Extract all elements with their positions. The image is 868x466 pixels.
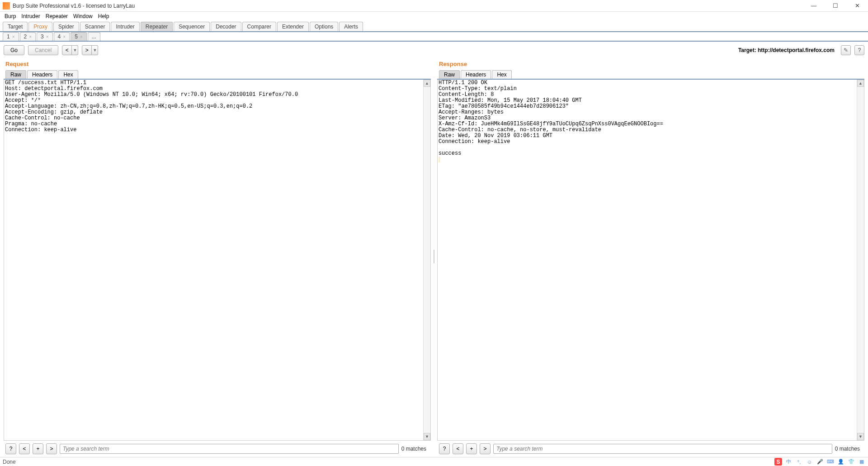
response-pane: Response Raw Headers Hex HTTP/1.1 200 OK… <box>435 59 866 457</box>
target-label: Target: http://detectportal.firefox.com <box>738 47 835 53</box>
tab-proxy[interactable]: Proxy <box>28 22 52 31</box>
tray-shirt-icon[interactable]: 👕 <box>847 458 855 466</box>
response-tab-hex[interactable]: Hex <box>492 70 511 79</box>
cancel-button[interactable]: Cancel <box>28 45 58 55</box>
repeater-tabs: 1× 2× 3× 4× 5× ... <box>0 32 868 42</box>
repeater-tab-3[interactable]: 3× <box>37 32 53 41</box>
status-bar: Done S 中 °, ☺ 🎤 ⌨ 👤 👕 ▦ <box>0 457 868 466</box>
tab-target[interactable]: Target <box>3 22 28 31</box>
scrollbar[interactable]: ▲ ▼ <box>857 80 864 440</box>
request-matches: 0 matches <box>401 446 429 452</box>
search-next-button[interactable]: > <box>46 443 57 454</box>
history-back-dropdown[interactable]: ▼ <box>72 45 78 55</box>
minimize-button[interactable]: — <box>807 1 820 10</box>
response-matches: 0 matches <box>835 446 863 452</box>
tab-extender[interactable]: Extender <box>277 22 309 31</box>
request-tab-raw[interactable]: Raw <box>5 70 26 79</box>
menu-burp[interactable]: Burp <box>3 13 18 20</box>
scroll-down-icon[interactable]: ▼ <box>424 433 430 440</box>
menu-repeater[interactable]: Repeater <box>44 13 70 20</box>
main-split: Request Raw Headers Hex GET /success.txt… <box>0 59 868 457</box>
tray-mic-icon[interactable]: 🎤 <box>816 458 824 466</box>
request-pane: Request Raw Headers Hex GET /success.txt… <box>2 59 433 457</box>
tab-sequencer[interactable]: Sequencer <box>174 22 210 31</box>
search-prev-button[interactable]: < <box>19 443 30 454</box>
request-tab-hex[interactable]: Hex <box>58 70 78 79</box>
response-tab-headers[interactable]: Headers <box>461 70 491 79</box>
close-button[interactable]: ✕ <box>851 1 863 10</box>
system-tray: S 中 °, ☺ 🎤 ⌨ 👤 👕 ▦ <box>774 458 865 466</box>
scrollbar[interactable]: ▲ ▼ <box>423 80 430 440</box>
tab-alerts[interactable]: Alerts <box>339 22 363 31</box>
repeater-tab-1[interactable]: 1× <box>3 32 19 41</box>
search-help-button[interactable]: ? <box>439 443 450 454</box>
tray-keyboard-icon[interactable]: ⌨ <box>826 458 834 466</box>
maximize-button[interactable]: ☐ <box>829 1 842 10</box>
tab-options[interactable]: Options <box>310 22 338 31</box>
ime-icon[interactable]: S <box>774 458 782 466</box>
history-forward-button[interactable]: > <box>82 45 92 55</box>
repeater-tab-4[interactable]: 4× <box>54 32 70 41</box>
close-icon[interactable]: × <box>29 34 32 39</box>
scroll-up-icon[interactable]: ▲ <box>424 80 430 87</box>
search-next-button[interactable]: > <box>480 443 491 454</box>
request-title: Request <box>4 59 431 70</box>
ime-lang-icon[interactable]: 中 <box>785 458 793 466</box>
search-help-button[interactable]: ? <box>5 443 16 454</box>
history-back-button[interactable]: < <box>62 45 72 55</box>
tray-grid-icon[interactable]: ▦ <box>858 458 865 466</box>
tab-spider[interactable]: Spider <box>53 22 79 31</box>
tab-scanner[interactable]: Scanner <box>80 22 110 31</box>
response-search-input[interactable] <box>493 444 832 454</box>
menu-bar: Burp Intruder Repeater Window Help <box>0 12 868 21</box>
response-search-row: ? < + > 0 matches <box>437 441 864 457</box>
tool-tabs: Target Proxy Spider Scanner Intruder Rep… <box>0 22 868 32</box>
edit-target-button[interactable]: ✎ <box>841 45 851 55</box>
tab-intruder[interactable]: Intruder <box>111 22 139 31</box>
close-icon[interactable]: × <box>46 34 49 39</box>
window-titlebar: Burp Suite Professional v1.6 - licensed … <box>0 0 868 12</box>
tab-decoder[interactable]: Decoder <box>211 22 241 31</box>
scroll-up-icon[interactable]: ▲ <box>857 80 864 87</box>
repeater-tab-5[interactable]: 5× <box>71 32 87 41</box>
search-add-button[interactable]: + <box>466 443 477 454</box>
window-title: Burp Suite Professional v1.6 - licensed … <box>13 3 135 9</box>
scroll-down-icon[interactable]: ▼ <box>857 433 864 440</box>
request-search-row: ? < + > 0 matches <box>4 441 431 457</box>
close-icon[interactable]: × <box>63 34 66 39</box>
response-editor[interactable]: HTTP/1.1 200 OK Content-Type: text/plain… <box>438 80 864 440</box>
request-data-tabs: Raw Headers Hex <box>4 70 431 80</box>
go-button[interactable]: Go <box>4 45 24 55</box>
request-editor[interactable]: GET /success.txt HTTP/1.1 Host: detectpo… <box>4 80 430 440</box>
request-tab-headers[interactable]: Headers <box>27 70 57 79</box>
tab-repeater[interactable]: Repeater <box>141 22 173 31</box>
search-add-button[interactable]: + <box>33 443 43 454</box>
search-prev-button[interactable]: < <box>453 443 463 454</box>
response-tab-raw[interactable]: Raw <box>439 70 460 79</box>
close-icon[interactable]: × <box>12 34 15 39</box>
status-text: Done <box>3 459 16 465</box>
response-data-tabs: Raw Headers Hex <box>437 70 864 80</box>
menu-help[interactable]: Help <box>96 13 111 20</box>
history-forward-dropdown[interactable]: ▼ <box>92 45 98 55</box>
repeater-tab-more[interactable]: ... <box>88 32 100 41</box>
repeater-tab-2[interactable]: 2× <box>20 32 36 41</box>
tab-comparer[interactable]: Comparer <box>242 22 276 31</box>
tray-smile-icon[interactable]: ☺ <box>806 458 813 466</box>
menu-intruder[interactable]: Intruder <box>19 13 42 20</box>
response-title: Response <box>437 59 864 70</box>
app-icon <box>3 2 10 10</box>
menu-window[interactable]: Window <box>71 13 94 20</box>
tray-punct-icon[interactable]: °, <box>795 458 803 466</box>
tray-user-icon[interactable]: 👤 <box>837 458 844 466</box>
help-button[interactable]: ? <box>854 45 864 55</box>
close-icon[interactable]: × <box>80 34 83 39</box>
pane-splitter[interactable] <box>433 59 435 457</box>
request-search-input[interactable] <box>60 444 399 454</box>
action-row: Go Cancel < ▼ > ▼ Target: http://detectp… <box>0 42 868 59</box>
